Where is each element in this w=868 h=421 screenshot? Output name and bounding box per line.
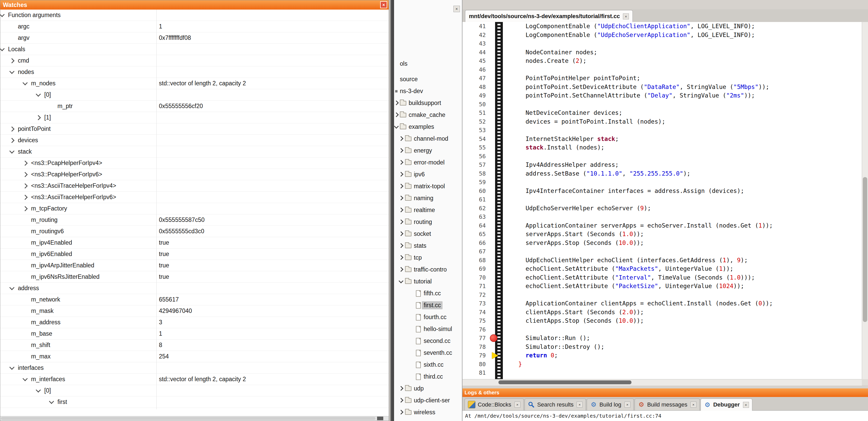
collapse-chevron-icon[interactable] bbox=[9, 285, 14, 290]
collapse-chevron-icon[interactable] bbox=[0, 46, 5, 51]
line-number[interactable]: 47 bbox=[462, 74, 488, 83]
breakpoint-margin[interactable] bbox=[488, 74, 518, 83]
tree-item-hello-simul[interactable]: hello-simul bbox=[394, 323, 462, 335]
breakpoint-margin[interactable] bbox=[488, 39, 518, 48]
watch-row-0[interactable]: [0] bbox=[0, 385, 389, 396]
logs-tab-search-results[interactable]: Search results× bbox=[525, 398, 586, 411]
code-line-78[interactable]: 78 Simulator::Destroy (); bbox=[462, 343, 862, 351]
breakpoint-margin[interactable] bbox=[488, 351, 518, 360]
line-number[interactable]: 41 bbox=[462, 22, 488, 31]
collapse-chevron-icon[interactable] bbox=[23, 80, 28, 85]
line-number[interactable]: 75 bbox=[462, 317, 488, 325]
line-number[interactable]: 51 bbox=[462, 108, 488, 118]
line-number[interactable]: 68 bbox=[462, 256, 488, 265]
watch-row-cmd[interactable]: cmd bbox=[0, 55, 389, 66]
breakpoint-margin[interactable] bbox=[488, 126, 518, 135]
close-icon[interactable]: × bbox=[454, 6, 460, 12]
line-number[interactable]: 80 bbox=[462, 360, 488, 369]
code-line-46[interactable]: 46 bbox=[462, 65, 862, 74]
expand-chevron-icon[interactable] bbox=[394, 101, 399, 105]
tree-item-udp[interactable]: udp bbox=[394, 383, 462, 395]
line-number[interactable]: 43 bbox=[462, 39, 488, 48]
tree-item-matrix-topol[interactable]: matrix-topol bbox=[394, 181, 462, 192]
logs-tab-build-log[interactable]: ⚙Build log× bbox=[587, 398, 633, 411]
watch-row-m-ipv4enabled[interactable]: m_ipv4Enabledtrue bbox=[0, 237, 389, 249]
code-line-67[interactable]: 67 bbox=[462, 247, 862, 256]
code-line-44[interactable]: 44 NodeContainer nodes; bbox=[462, 48, 862, 57]
expand-chevron-icon[interactable] bbox=[399, 148, 403, 153]
code-line-68[interactable]: 68 UdpEchoClientHelper echoClient (inter… bbox=[462, 256, 862, 265]
breakpoint-margin[interactable] bbox=[488, 108, 518, 118]
line-number[interactable]: 62 bbox=[462, 204, 488, 213]
line-number[interactable]: 59 bbox=[462, 178, 488, 187]
line-number[interactable]: 45 bbox=[462, 57, 488, 65]
code-line-71[interactable]: 71 echoClient.SetAttribute ("PacketSize"… bbox=[462, 282, 862, 291]
tree-item-sixth-cc[interactable]: sixth.cc bbox=[394, 359, 462, 371]
breakpoint-margin[interactable] bbox=[488, 178, 518, 187]
code-line-74[interactable]: 74 clientApps.Start (Seconds (2.0)); bbox=[462, 308, 862, 317]
code-line-48[interactable]: 48 pointToPoint.SetDeviceAttribute ("Dat… bbox=[462, 83, 862, 92]
line-number[interactable]: 77 bbox=[462, 334, 488, 343]
line-number[interactable]: 69 bbox=[462, 264, 488, 273]
watches-column-divider[interactable] bbox=[156, 9, 157, 409]
watch-row-argc[interactable]: argc1 bbox=[0, 21, 389, 32]
breakpoint-margin[interactable] bbox=[488, 204, 518, 213]
line-number[interactable]: 64 bbox=[462, 221, 488, 230]
code-line-43[interactable]: 43 bbox=[462, 39, 862, 48]
collapse-chevron-icon[interactable] bbox=[23, 376, 28, 381]
code-line-80[interactable]: 80} bbox=[462, 360, 862, 369]
code-line-62[interactable]: 62 UdpEchoServerHelper echoServer (9); bbox=[462, 204, 862, 213]
line-number[interactable]: 58 bbox=[462, 169, 488, 178]
expand-chevron-icon[interactable] bbox=[399, 208, 403, 212]
code-line-72[interactable]: 72 bbox=[462, 291, 862, 299]
close-icon[interactable]: × bbox=[515, 401, 521, 408]
line-number[interactable]: 46 bbox=[462, 65, 488, 74]
tree-item-cmake-cache[interactable]: cmake_cache bbox=[394, 109, 462, 121]
line-number[interactable]: 48 bbox=[462, 83, 488, 92]
watch-row-m-shift[interactable]: m_shift8 bbox=[0, 339, 389, 351]
expand-chevron-icon[interactable] bbox=[399, 136, 403, 141]
tree-item-second-cc[interactable]: second.cc bbox=[394, 335, 462, 347]
expand-chevron-icon[interactable] bbox=[399, 160, 403, 165]
close-icon[interactable]: × bbox=[690, 401, 696, 408]
line-number[interactable]: 71 bbox=[462, 282, 488, 291]
watch-row-first[interactable]: first bbox=[0, 396, 389, 408]
scrollbar-thumb[interactable] bbox=[498, 380, 631, 384]
tree-item-socket[interactable]: socket bbox=[394, 228, 462, 240]
code-line-76[interactable]: 76 bbox=[462, 325, 862, 334]
watches-title-bar[interactable]: Watches × bbox=[0, 0, 389, 9]
breakpoint-margin[interactable] bbox=[488, 118, 518, 126]
code-line-55[interactable]: 55 stack.Install (nodes); bbox=[462, 143, 862, 152]
breakpoint-margin[interactable] bbox=[488, 48, 518, 57]
line-number[interactable]: 49 bbox=[462, 91, 488, 100]
breakpoint-margin[interactable] bbox=[488, 308, 518, 317]
expand-chevron-icon[interactable] bbox=[23, 172, 28, 177]
close-icon[interactable]: × bbox=[624, 401, 630, 408]
breakpoint-margin[interactable] bbox=[488, 187, 518, 195]
breakpoint-margin[interactable] bbox=[488, 368, 518, 377]
breakpoint-margin[interactable] bbox=[488, 264, 518, 273]
collapse-chevron-icon[interactable] bbox=[0, 12, 5, 17]
line-number[interactable]: 57 bbox=[462, 161, 488, 169]
breakpoint-margin[interactable] bbox=[488, 22, 518, 31]
code-line-53[interactable]: 53 bbox=[462, 126, 862, 135]
watch-row-ns3-asciitracehelperforipv6[interactable]: <ns3::AsciiTraceHelperForIpv6> bbox=[0, 192, 389, 203]
code-line-66[interactable]: 66 serverApps.Stop (Seconds (10.0)); bbox=[462, 239, 862, 248]
line-number[interactable]: 67 bbox=[462, 247, 488, 256]
code-line-47[interactable]: 47 PointToPointHelper pointToPoint; bbox=[462, 74, 862, 83]
line-number[interactable]: 76 bbox=[462, 325, 488, 334]
close-icon[interactable]: × bbox=[380, 1, 387, 8]
line-number[interactable]: 54 bbox=[462, 135, 488, 143]
watch-row-locals[interactable]: Locals bbox=[0, 44, 389, 55]
watch-row-m-tcpfactory[interactable]: m_tcpFactory bbox=[0, 203, 389, 215]
collapse-chevron-icon[interactable] bbox=[394, 124, 399, 129]
tree-item-wireless[interactable]: wireless bbox=[394, 407, 462, 418]
breakpoint-margin[interactable] bbox=[488, 195, 518, 204]
expand-chevron-icon[interactable] bbox=[23, 206, 28, 211]
line-number[interactable]: 56 bbox=[462, 152, 488, 161]
expand-chevron-icon[interactable] bbox=[9, 58, 14, 63]
editor-tab-first-cc[interactable]: mnt/dev/tools/source/ns-3-dev/examples/t… bbox=[465, 10, 633, 22]
code-line-70[interactable]: 70 echoClient.SetAttribute ("Interval", … bbox=[462, 273, 862, 282]
watch-row-m-base[interactable]: m_base1 bbox=[0, 328, 389, 339]
code-line-45[interactable]: 45 nodes.Create (2); bbox=[462, 57, 862, 65]
